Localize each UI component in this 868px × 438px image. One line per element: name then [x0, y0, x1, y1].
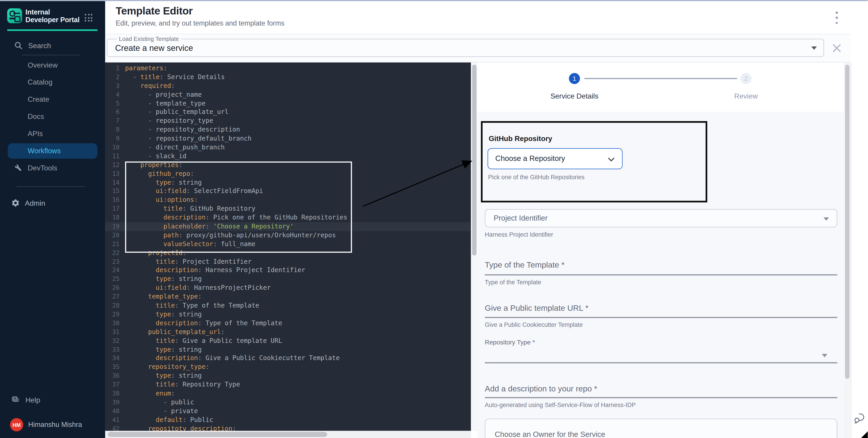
- scrollbar-thumb[interactable]: [108, 432, 327, 437]
- wrench-icon: [14, 164, 22, 171]
- code-line-3: 3 required:: [105, 82, 471, 91]
- code-line-33: 33 type: string: [105, 345, 471, 354]
- repository-type-label: Repository Type *: [485, 339, 535, 345]
- help-chat-icon: ?: [11, 395, 21, 405]
- stepper-label-service-details: Service Details: [536, 92, 613, 100]
- sidebar-search[interactable]: Search: [0, 37, 105, 53]
- panel-scrollbar[interactable]: [844, 63, 850, 438]
- public-template-url-label: Give a Public template URL *: [485, 304, 588, 312]
- editor-horizontal-scrollbar[interactable]: [105, 431, 471, 438]
- code-line-32: 32 title: Give a Public template URL: [105, 337, 471, 345]
- code-line-37: 37 title: Repository Type: [105, 380, 471, 390]
- repo-description-label: Add a description to your repo *: [485, 384, 597, 393]
- sidebar-item-apis[interactable]: APIs: [0, 125, 105, 142]
- sidebar-item-label: Workflows: [28, 146, 61, 155]
- project-identifier-select[interactable]: Project Identifier: [485, 209, 837, 227]
- sidebar-item-label: APIs: [28, 130, 43, 138]
- logo-bar: [9, 18, 15, 19]
- form-preview-panel: 1 2 Service Details Review GitHub Reposi…: [478, 63, 851, 438]
- annotation-rectangle-editor: [125, 162, 352, 253]
- code-line-4: 4 - project_name: [105, 91, 471, 99]
- page-title: Template Editor: [116, 5, 193, 17]
- stepper-label-review: Review: [721, 92, 771, 100]
- code-line-36: 36 type: string: [105, 372, 471, 380]
- template-type-input[interactable]: [485, 274, 837, 275]
- github-repository-label: GitHub Repository: [489, 134, 552, 143]
- select-floating-label: Load Existing Template: [117, 35, 181, 42]
- apps-grid-icon[interactable]: [85, 14, 92, 22]
- sidebar-item-admin[interactable]: Admin: [0, 195, 105, 211]
- sidebar-item-catalog[interactable]: Catalog: [0, 73, 105, 91]
- code-line-11: 11 - slack_id: [105, 152, 471, 161]
- code-line-42: 42 repositoty_description:: [105, 425, 471, 431]
- sidebar-divider: [17, 187, 85, 187]
- chevron-down-icon: [811, 46, 817, 50]
- code-line-25: 25 type: string: [105, 275, 471, 284]
- code-line-41: 41 default: Public: [105, 416, 471, 425]
- load-existing-template-select[interactable]: Load Existing Template Create a new serv…: [107, 39, 824, 57]
- code-line-6: 6 - public_template_url: [105, 108, 471, 117]
- sidebar-item-overview[interactable]: Overview: [0, 57, 105, 74]
- project-identifier-helper: Harness Project Identifier: [485, 231, 553, 238]
- svg-text:?: ?: [13, 397, 16, 401]
- sidebar-nav: OverviewCatalogCreateDocsAPIsWorkflowsDe…: [0, 57, 105, 176]
- stepper-step-1[interactable]: 1: [569, 73, 580, 84]
- help-label: Help: [26, 396, 40, 404]
- close-icon[interactable]: [832, 43, 842, 53]
- code-line-24: 24 description: Harness Project Identifi…: [105, 266, 471, 275]
- code-line-27: 27 template_type:: [105, 293, 471, 302]
- code-line-34: 34 description: Give a Public Cookiecutt…: [105, 354, 471, 363]
- sidebar-item-workflows[interactable]: Workflows: [8, 143, 97, 159]
- template-type-label: Type of the Template *: [485, 261, 564, 269]
- sidebar-user[interactable]: HM Himanshu Mishra: [0, 416, 105, 433]
- user-name: Himanshu Mishra: [28, 421, 82, 429]
- brand-accent-rule: [7, 29, 97, 31]
- sidebar-item-label: Catalog: [28, 78, 53, 86]
- sidebar-item-docs[interactable]: Docs: [0, 108, 105, 125]
- code-line-8: 8 - repositoty_description: [105, 126, 471, 134]
- template-type-helper: Type of the Template: [485, 279, 541, 285]
- github-repository-helper: Pick one of the GitHub Repositories: [488, 174, 584, 180]
- stepper-step-2[interactable]: 2: [740, 73, 751, 84]
- select-value: Choose an Owner for the Service: [495, 430, 605, 438]
- editor-vertical-scrollbar[interactable]: [471, 63, 477, 431]
- code-line-1: 1parameters:: [105, 64, 471, 73]
- scrollbar-thumb[interactable]: [472, 65, 476, 256]
- code-line-23: 23 title: Project Identifier: [105, 258, 471, 266]
- app-root: Internal Developer Portal Search Overvie…: [0, 0, 868, 438]
- kebab-menu-icon[interactable]: [833, 11, 841, 24]
- avatar: HM: [10, 418, 23, 432]
- select-value: Create a new service: [115, 43, 193, 53]
- sidebar: Internal Developer Portal Search Overvie…: [0, 1, 105, 438]
- sidebar-item-help[interactable]: ? Help: [0, 392, 105, 408]
- github-repository-select[interactable]: Choose a Repository: [488, 148, 623, 169]
- public-template-url-input[interactable]: [485, 317, 837, 318]
- search-label: Search: [28, 41, 51, 49]
- code-line-2: 2 - title: Service Details: [105, 73, 471, 82]
- select-value: Project Identifier: [494, 214, 548, 223]
- code-line-39: 39 - public: [105, 398, 471, 407]
- chat-bubbles-icon[interactable]: [854, 412, 866, 424]
- sidebar-item-create[interactable]: Create: [0, 91, 105, 108]
- logo-bar: [13, 12, 20, 14]
- sidebar-divider: [22, 55, 80, 55]
- code-line-29: 29 type: string: [105, 310, 471, 319]
- sidebar-item-label: Overview: [28, 61, 58, 69]
- repo-description-input[interactable]: [485, 397, 837, 398]
- dropdown-caret-icon: [824, 217, 829, 221]
- stepper-connector: [584, 78, 737, 79]
- page-subtitle: Edit, preview, and try out templates and…: [116, 20, 284, 27]
- code-line-30: 30 description: Type of the Template: [105, 319, 471, 328]
- mouse-cursor: [861, 431, 868, 438]
- sidebar-item-devtools[interactable]: DevTools: [0, 159, 105, 176]
- idp-logo-icon[interactable]: [7, 8, 22, 23]
- code-line-9: 9 - repository_default_branch: [105, 134, 471, 143]
- code-line-38: 38 enum:: [105, 390, 471, 398]
- sidebar-item-label: Create: [28, 95, 49, 103]
- owner-select[interactable]: Choose an Owner for the Service: [485, 418, 837, 438]
- annotation-rectangle-form: GitHub Repository Choose a Repository Pi…: [481, 121, 707, 202]
- scrollbar-thumb[interactable]: [845, 65, 849, 379]
- code-line-28: 28 title: Type of the Template: [105, 302, 471, 310]
- repository-type-select[interactable]: [485, 362, 837, 363]
- dropdown-caret-icon: [822, 354, 827, 357]
